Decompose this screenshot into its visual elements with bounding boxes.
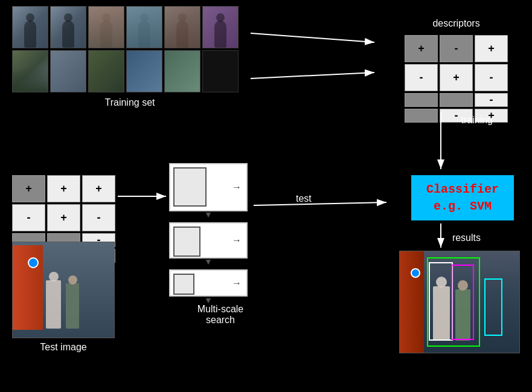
test-image	[12, 242, 115, 338]
desc-cell-8	[440, 93, 473, 107]
train-img-2	[50, 6, 86, 48]
multiscale-label: Multi-scalesearch	[169, 304, 272, 326]
multiscale-container: → ▼ → ▼ → ▼ Multi-scalesearch	[169, 163, 272, 326]
ms-inner-small	[173, 274, 194, 295]
desc-cell-10	[405, 109, 438, 123]
ms-arrow-small: →	[232, 278, 242, 289]
test-image-label: Test image	[12, 342, 115, 353]
classifier-box: Classifier e.g. SVM	[411, 175, 514, 220]
desc-cell-3: +	[475, 35, 508, 62]
detect-box-green	[427, 257, 480, 347]
svg-line-5	[254, 202, 386, 205]
training-set-container: Training set	[12, 6, 248, 108]
ms-down-small: ▼	[204, 295, 213, 305]
desc-cell-2: -	[440, 35, 473, 62]
desc-cell-5: +	[440, 64, 473, 91]
training-set-label: Training set	[12, 97, 248, 108]
result-image	[399, 251, 520, 353]
train-scene-2	[50, 50, 86, 92]
svg-line-2	[251, 72, 374, 79]
train-img-1	[12, 6, 48, 48]
ms-inner-large	[173, 167, 207, 207]
train-img-5	[164, 6, 200, 48]
test-label: test	[296, 193, 312, 204]
ms-down-large: ▼	[204, 210, 213, 219]
classifier-text: Classifier e.g. SVM	[426, 181, 499, 215]
train-scene-4	[126, 50, 162, 92]
bottom-desc-2: +	[47, 175, 80, 202]
training-image-grid	[12, 6, 248, 92]
svg-line-1	[251, 33, 374, 42]
bottom-desc-3: +	[82, 175, 115, 202]
ms-box-large: → ▼	[169, 163, 248, 211]
bottom-desc-4: -	[12, 204, 45, 231]
bottom-desc-6: -	[82, 204, 115, 231]
desc-cell-1: +	[405, 35, 438, 62]
desc-cell-7	[405, 93, 438, 107]
train-scene-1	[12, 50, 48, 92]
train-img-empty	[202, 50, 239, 92]
ms-arrow-large: →	[232, 182, 242, 193]
result-image-container	[399, 251, 520, 353]
desc-cell-9: -	[475, 93, 508, 107]
desc-cell-4: -	[405, 64, 438, 91]
descriptor-grid-top: + - + - + - - - +	[405, 35, 508, 123]
ms-inner-medium	[173, 227, 200, 257]
classifier-line2: e.g. SVM	[434, 199, 492, 213]
main-container: Training set descriptors + - + - + - - -…	[0, 0, 532, 392]
train-img-4	[126, 6, 162, 48]
ms-down-medium: ▼	[204, 257, 213, 266]
test-image-container: Test image	[12, 242, 115, 338]
train-img-6	[202, 6, 239, 48]
ms-box-small: → ▼	[169, 269, 248, 297]
desc-cell-6: -	[475, 64, 508, 91]
bottom-desc-5: +	[47, 204, 80, 231]
results-label: results	[452, 233, 481, 243]
classifier-line1: Classifier	[426, 182, 499, 196]
ms-box-medium: → ▼	[169, 222, 248, 259]
training-label: training	[461, 115, 493, 126]
train-scene-3	[88, 50, 124, 92]
ms-arrow-medium: →	[232, 235, 242, 246]
descriptors-container: descriptors + - + - + - - - +	[405, 18, 508, 123]
detect-box-cyan	[484, 278, 502, 336]
train-scene-5	[164, 50, 200, 92]
train-img-3	[88, 6, 124, 48]
bottom-desc-1: +	[12, 175, 45, 202]
descriptors-top-label: descriptors	[432, 18, 479, 29]
